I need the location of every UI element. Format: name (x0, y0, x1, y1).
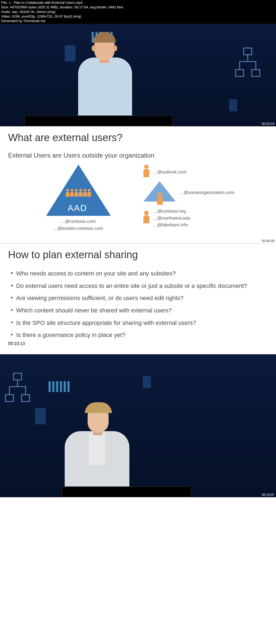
bg-square (35, 408, 46, 424)
timestamp: 00:03:24 (262, 122, 274, 126)
bg-ticks (49, 381, 70, 392)
svg-rect-5 (22, 395, 30, 401)
thumbnail-frame-1: 00:03:24 (0, 24, 276, 126)
svg-rect-4 (5, 395, 13, 401)
size-line: Size: 447020956 bytes (426.31 MiB), dura… (1, 5, 275, 10)
small-org-triangle-icon (143, 181, 176, 202)
audio-line: Audio: aac, 44100 Hz, stereo (eng) (1, 10, 275, 14)
svg-rect-1 (236, 70, 244, 76)
presenter-1 (73, 29, 135, 118)
list-item: Are viewing permissions sufficient, or d… (11, 292, 268, 304)
video-line: Video: h264, yuv420p, 1280x720, 29.97 fp… (1, 14, 275, 19)
slide-subtitle: External Users are Users outside your or… (8, 152, 268, 159)
aad-people-icons (65, 189, 92, 197)
slide-title: How to plan external sharing (8, 249, 268, 261)
svg-rect-3 (13, 373, 22, 380)
list-item: Do external users need access to an enti… (11, 280, 268, 292)
domain-outlook: ...@outlook.com (153, 169, 187, 176)
list-item: Who needs access to content on your site… (11, 267, 268, 280)
file-line: File: 1 - Plan to Collaborate with Exter… (1, 1, 275, 5)
monitor (24, 115, 172, 126)
bg-diagram-icon (3, 370, 35, 408)
aad-label: AAD (68, 203, 87, 213)
person-icon (157, 192, 163, 205)
bg-square (229, 99, 237, 111)
svg-rect-2 (252, 70, 260, 76)
aad-triangle-group: AAD ...@contoso.com ...@london-contoso.c… (24, 165, 133, 233)
list-item: Is the SPO site structure appropriate fo… (11, 317, 268, 329)
slide-plan-sharing: How to plan external sharing Who needs a… (0, 243, 276, 354)
bullet-list: Who needs access to content on your site… (8, 267, 268, 341)
slide-external-users: What are external users? External Users … (0, 126, 276, 243)
domain-someorg: ...@someorganization.com (180, 189, 234, 196)
timestamp: 00:06:48 (262, 239, 274, 243)
generated-line: Generated by Thumbnail me (1, 19, 275, 23)
person-icon (143, 211, 149, 223)
domain-list: ...@contoso.org ...@northwind.edu ...@fa… (153, 208, 191, 229)
timestamp: 00:10:13 (8, 341, 268, 346)
monitor (62, 486, 191, 497)
timestamp: 00:14:07 (262, 493, 274, 497)
svg-rect-0 (244, 48, 252, 55)
left-domains: ...@contoso.com ...@london-contoso.com (24, 218, 133, 232)
file-info-header: File: 1 - Plan to Collaborate with Exter… (0, 0, 276, 24)
slide-title: What are external users? (8, 132, 268, 144)
thumbnail-frame-4: 00:14:07 (0, 354, 276, 497)
external-examples: ...@outlook.com ...@someorganization.com… (143, 165, 252, 233)
bg-square (143, 376, 151, 388)
person-icon (143, 165, 149, 177)
list-item: Which content should never be shared wit… (11, 304, 268, 317)
presenter-2 (62, 397, 132, 492)
list-item: Is there a governance policy in place ye… (11, 329, 268, 341)
bg-diagram-icon (233, 45, 265, 83)
aad-triangle-icon: AAD (46, 165, 111, 216)
diagram-area: AAD ...@contoso.com ...@london-contoso.c… (8, 165, 268, 241)
